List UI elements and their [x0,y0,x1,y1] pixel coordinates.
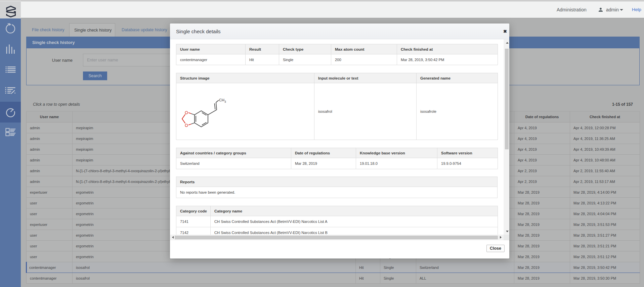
svg-text:O: O [185,110,188,115]
svg-text:3: 3 [224,100,226,103]
svg-text:CH: CH [219,98,224,102]
svg-text:O: O [185,123,188,128]
